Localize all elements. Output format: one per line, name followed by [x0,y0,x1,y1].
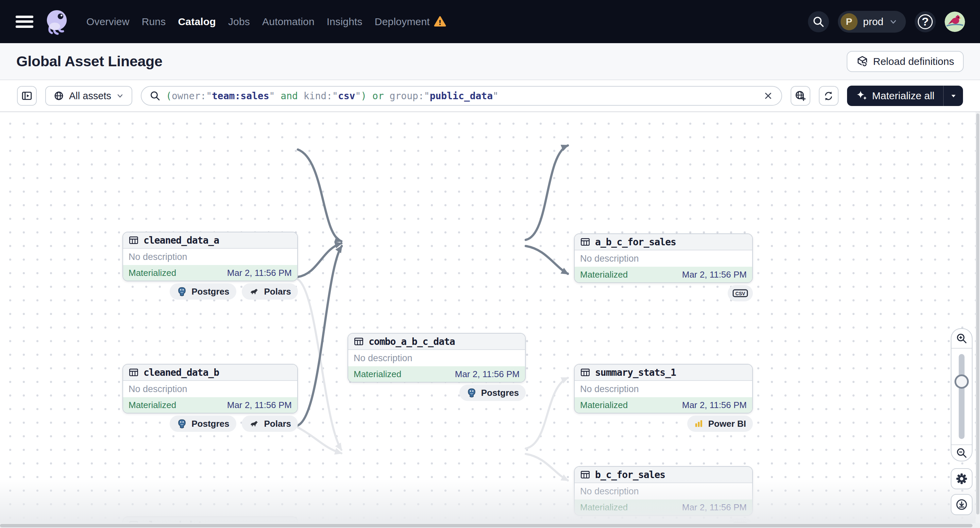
asset-node-header[interactable]: combo_a_b_c_data [348,334,525,350]
asset-kind-tags: Postgres [347,385,526,401]
kind-tag-polars[interactable]: Polars [242,283,298,300]
edge-combo_a_b_c_data-summary_stats_1 [526,246,568,274]
nav-item-automation[interactable]: Automation [262,16,315,27]
dagster-logo-icon[interactable] [43,8,70,35]
environment-switcher[interactable]: P prod [838,11,906,33]
asset-node-header[interactable]: cleaned_data_a [123,232,297,249]
user-avatar[interactable] [945,11,965,32]
asset-name: b_c_for_sales [595,469,665,480]
zoom-in-button[interactable] [951,329,972,349]
edge-cleaned_data_b-combo_a_b_c_data [298,243,341,277]
zoom-controls [951,328,972,461]
asset-node-cleaned_data_b[interactable]: cleaned_data_b No description Materializ… [123,364,298,414]
edge-cleaned_data_a-combo_a_b_c_data [298,149,341,241]
nav-item-overview[interactable]: Overview [86,16,130,27]
nav-item-insights[interactable]: Insights [327,16,363,27]
asset-search-input[interactable]: (owner:"team:sales" and kind:"csv") or g… [141,86,782,106]
kind-tag-csv[interactable] [728,285,753,301]
environment-label: prod [863,16,883,27]
search-icon [150,90,161,101]
asset-node-combo_a_b_c_data[interactable]: combo_a_b_c_data No description Material… [347,333,526,382]
csv-icon [732,287,748,299]
help-button[interactable]: ? [915,11,936,32]
menu-icon[interactable] [16,14,34,29]
nav-item-catalog[interactable]: Catalog [178,16,216,27]
status-badge: Materialized [580,502,628,513]
polars-icon [248,286,260,297]
reload-definitions-button[interactable]: Reload definitions [847,51,964,72]
asset-node-b_c_for_sales[interactable]: b_c_for_sales No description Materialize… [574,466,753,516]
materialization-timestamp[interactable]: Mar 2, 11:56 PM [682,502,747,513]
kind-tag-powerbi[interactable]: Power BI [687,415,753,432]
nav-item-jobs[interactable]: Jobs [228,16,250,27]
search-query-text[interactable]: (owner:"team:sales" and kind:"csv") or g… [166,90,757,101]
cube-reload-icon [856,55,869,68]
materialize-all-split-button: Materialize all [847,86,963,106]
warning-triangle-icon [434,16,446,28]
table-icon [129,235,139,245]
download-graph-button[interactable] [951,494,972,515]
asset-node-cleaned_data_a[interactable]: cleaned_data_a No description Materializ… [123,232,298,281]
edge-cleaned_data_c-combo_a_b_c_data [298,246,342,425]
zoom-slider-handle[interactable] [955,374,969,389]
materialization-timestamp[interactable]: Mar 2, 11:56 PM [682,270,747,280]
status-badge: Materialized [580,400,628,411]
table-icon [580,237,590,247]
clear-search-button[interactable] [763,91,773,101]
asset-status-row: MaterializedMar 2, 11:56 PM [348,366,525,382]
kind-tag-polars[interactable]: Polars [242,415,298,432]
lineage-canvas[interactable]: cleaned_data_a No description Materializ… [0,112,980,528]
postgres-icon [177,286,187,297]
materialization-timestamp[interactable]: Mar 2, 11:56 PM [682,400,747,411]
materialization-timestamp[interactable]: Mar 2, 11:56 PM [227,400,292,411]
materialization-timestamp[interactable]: Mar 2, 11:56 PM [455,369,520,379]
graph-settings-button[interactable] [951,468,972,489]
materialization-timestamp[interactable]: Mar 2, 11:56 PM [227,268,292,278]
global-lineage-button[interactable] [791,86,810,106]
kind-tag-postgres[interactable]: Postgres [170,415,236,432]
asset-kind-tags: Postgres Polars [123,415,298,432]
asset-node-header[interactable]: a_b_c_for_sales [575,234,752,251]
horizontal-scrollbar[interactable] [0,523,980,528]
lineage-edges [0,112,980,528]
search-button[interactable] [808,11,829,32]
refresh-button[interactable] [819,86,838,106]
asset-status-row: MaterializedMar 2, 11:56 PM [575,267,752,282]
nav-links: Overview Runs Catalog Jobs Automation In… [86,16,446,28]
vertical-scrollbar[interactable] [975,112,980,523]
asset-node-header[interactable]: summary_stats_1 [575,365,752,381]
open-panel-button[interactable] [17,86,37,106]
zoom-slider[interactable] [951,349,972,444]
powerbi-icon [694,419,704,429]
asset-name: a_b_c_for_sales [595,236,676,248]
kind-tag-label: Power BI [708,419,746,429]
asset-status-row: MaterializedMar 2, 11:56 PM [575,499,752,515]
asset-description: No description [123,381,297,397]
asset-status-row: MaterializedMar 2, 11:56 PM [123,397,297,413]
kind-tag-label: Postgres [191,419,229,429]
zoom-out-button[interactable] [951,444,972,461]
asset-description: No description [575,381,752,397]
top-navbar: Overview Runs Catalog Jobs Automation In… [0,0,980,43]
asset-node-summary_stats_1[interactable]: summary_stats_1 No description Materiali… [574,364,753,414]
asset-scope-dropdown[interactable]: All assets [45,86,132,106]
horizontal-scrollbar-thumb[interactable] [0,524,972,527]
caret-down-icon [950,92,958,100]
kind-tag-postgres[interactable]: Postgres [170,283,236,300]
kind-tag-postgres[interactable]: Postgres [460,385,526,401]
materialize-all-button[interactable]: Materialize all [847,86,943,106]
asset-node-header[interactable]: cleaned_data_b [123,365,297,381]
vertical-scrollbar-thumb[interactable] [976,114,979,514]
materialize-options-button[interactable] [943,86,963,106]
asset-status-row: MaterializedMar 2, 11:56 PM [123,265,297,281]
asset-description: No description [575,251,752,267]
zoom-slider-track[interactable] [959,354,965,439]
chevron-down-icon [116,92,124,100]
nav-item-deployment[interactable]: Deployment [375,16,446,28]
nav-item-runs[interactable]: Runs [142,16,166,27]
status-badge: Materialized [354,369,401,379]
zoom-out-icon [956,447,967,459]
status-badge: Materialized [129,268,176,278]
asset-node-header[interactable]: b_c_for_sales [575,467,752,483]
asset-node-a_b_c_for_sales[interactable]: a_b_c_for_sales No description Materiali… [574,233,753,283]
